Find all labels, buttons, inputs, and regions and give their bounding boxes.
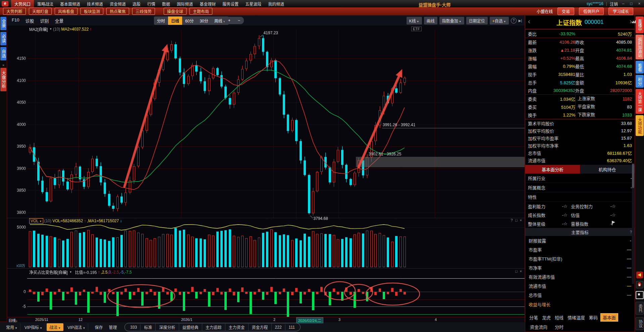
help-icon[interactable]: ?: [511, 218, 513, 222]
quote-tab-4[interactable]: 筹码: [588, 314, 599, 321]
preset-item-6[interactable]: 资金方程: [249, 324, 272, 331]
qq-icon[interactable]: [636, 281, 643, 288]
period-tab-3[interactable]: 30分: [197, 16, 211, 25]
preset-item-7[interactable]: 222: [272, 324, 285, 330]
preset-item-3[interactable]: 益盟经典: [179, 324, 202, 331]
menu-item-2[interactable]: 基本面频道: [57, 0, 84, 7]
x-axis[interactable]: 日线↓2025/11122026/122026/02/24,二34: [7, 317, 525, 322]
chevron-down-icon[interactable]: ▼: [39, 220, 42, 223]
close-icon[interactable]: ×: [520, 269, 522, 273]
etf-button[interactable]: ETF: [411, 27, 422, 31]
quote-tab-5[interactable]: 基本面: [600, 313, 618, 322]
right-strip-button-1[interactable]: 协议: [636, 317, 644, 330]
chart-menu-1[interactable]: 诊股: [25, 17, 34, 24]
close-icon[interactable]: ×: [2, 63, 4, 67]
bottom-action-0[interactable]: 保存: [92, 323, 106, 331]
preset-item-0[interactable]: 333: [127, 324, 141, 330]
chart-menu-3[interactable]: 全景: [55, 17, 63, 24]
fund-tab-0[interactable]: 基本面分析: [525, 165, 580, 174]
chevron-down-icon[interactable]: ▼: [69, 271, 72, 274]
trade-button[interactable]: 交易: [557, 7, 574, 15]
preset-item-2[interactable]: 深度分析: [156, 324, 179, 331]
chart-tool-2[interactable]: 指数叠加▼: [439, 17, 464, 25]
menu-item-4[interactable]: 资金频道: [106, 0, 129, 7]
right-strip-tab-2[interactable]: 看看: [636, 61, 644, 74]
close-icon[interactable]: ×: [637, 1, 642, 6]
bottom-tool-3[interactable]: VIP战法▼: [65, 323, 88, 331]
right-strip-tab-5[interactable]: 大师功能: [636, 115, 644, 136]
period-tab-0[interactable]: 分时: [154, 16, 168, 25]
learn-button[interactable]: 学习成长: [608, 7, 633, 15]
ma-indicator-label[interactable]: MA2[自编] ▼ (10) MA2=4037.522 ↑: [29, 26, 92, 32]
menu-item-9[interactable]: 基金理财: [196, 0, 219, 7]
maximize-icon[interactable]: □: [629, 1, 634, 6]
zoom-out-button[interactable]: −: [234, 17, 244, 24]
bottom-tool-2[interactable]: 战法▼: [47, 323, 63, 331]
close-icon[interactable]: ×: [520, 218, 522, 222]
menu-item-8[interactable]: 国际频道: [173, 0, 196, 7]
sidebar-tab-1[interactable]: 必读: [0, 32, 6, 45]
bottom-action-1[interactable]: 管理: [106, 323, 120, 331]
menu-item-7[interactable]: 数据: [159, 0, 173, 7]
indicator-name[interactable]: 净买占比变色版[自编]: [29, 269, 68, 275]
right-strip-tab-4[interactable]: 大师第一课: [636, 89, 644, 114]
menu-item-5[interactable]: 选股: [129, 0, 144, 7]
open-account-button[interactable]: 低佣开户: [579, 7, 604, 15]
quote-tab2-0[interactable]: 资金流向: [529, 323, 549, 331]
period-tab-1[interactable]: 日线: [168, 16, 182, 25]
menu-item-3[interactable]: 技术频道: [84, 0, 106, 7]
toolbar-button-3[interactable]: 板块监测: [80, 8, 103, 15]
chart-tool-1[interactable]: 画线: [424, 17, 437, 25]
minimize-icon[interactable]: –: [621, 1, 626, 6]
toolbar-button-2[interactable]: 风格看盘: [55, 8, 77, 15]
menu-item-10[interactable]: 服务设置: [219, 0, 242, 7]
menu-item-6[interactable]: 行情: [144, 0, 159, 7]
preset-item-8[interactable]: 111: [285, 324, 298, 330]
toolbar-button-5[interactable]: 三线强势: [132, 8, 155, 15]
chart-tool-0[interactable]: K线▼: [407, 17, 422, 25]
expand-icon[interactable]: □: [515, 218, 518, 222]
right-strip-tab-3[interactable]: 积分: [636, 75, 644, 88]
menu-item-12[interactable]: 我的频道: [265, 0, 287, 7]
ma-name[interactable]: MA2[自编]: [29, 26, 48, 32]
chart-tool-3[interactable]: 日期定位: [466, 17, 488, 25]
period-tab-2[interactable]: 60分: [182, 16, 197, 25]
toolbar-button-4[interactable]: 热点聚焦: [106, 8, 129, 15]
preset-item-4[interactable]: 主力追踪: [202, 324, 225, 331]
quote-tab-3[interactable]: 情绪温度: [566, 314, 586, 321]
toolbar-button-1[interactable]: 天眼盯盘: [29, 8, 52, 15]
right-strip-tab-1[interactable]: 福利加油站: [636, 35, 644, 59]
menu-item-1[interactable]: 策略战法: [34, 0, 57, 7]
sidebar-tab-0[interactable]: 全景: [0, 17, 6, 30]
bottom-tool-1[interactable]: VIP指标▼: [22, 323, 45, 331]
chart-menu-0[interactable]: F10: [12, 17, 19, 24]
quote-tab-1[interactable]: 龙虎: [541, 314, 552, 321]
vol-name[interactable]: VOL▼: [29, 218, 43, 224]
expand-icon[interactable]: □: [515, 269, 518, 273]
fund-tab-1[interactable]: 机构持仓: [580, 165, 635, 174]
scrollbar-thumb[interactable]: [632, 164, 634, 188]
menu-item-11[interactable]: 五星波段: [242, 0, 265, 7]
preset-item-1[interactable]: 标准: [141, 324, 156, 331]
preset-item-5[interactable]: 主力资金: [225, 324, 249, 331]
income-growth-link[interactable]: 收益与增长: [525, 299, 635, 309]
netbuy-indicator-label[interactable]: 净买占比变色版[自编] ▼ 比值=-0.195 ↑ ,2.5,0,-2.5,-5…: [29, 269, 132, 275]
online-status[interactable]: 小盟在线: [537, 8, 553, 14]
help-icon[interactable]: ?: [511, 18, 517, 23]
chevron-down-icon[interactable]: ▼: [49, 28, 52, 31]
toolbar-button2-1[interactable]: 主题布局: [190, 8, 212, 15]
toolbar-button2-0[interactable]: 操盘全球: [164, 8, 186, 15]
chart-tool-4[interactable]: +自选▼: [490, 17, 509, 25]
quote-tab-2[interactable]: 短线: [553, 314, 565, 321]
quote-tab2-1[interactable]: 分时: [553, 323, 565, 331]
quote-tab-0[interactable]: 分笔: [528, 314, 539, 321]
right-strip-tab-0[interactable]: 直播中: [636, 16, 644, 33]
sidebar-tab-market-analysis[interactable]: 大盘分析: [0, 68, 6, 91]
collapse-panel-icon[interactable]: ▶|: [519, 19, 522, 22]
menu-item-0[interactable]: 大势风口: [11, 0, 34, 7]
zoom-in-button[interactable]: +: [224, 17, 234, 24]
volume-indicator-label[interactable]: VOL▼ (10) VOL=582466352 ↑ ,MA1=561715027…: [29, 218, 122, 224]
username[interactable]: syc****16: [587, 1, 603, 6]
period-indicator[interactable]: 日线↓: [8, 318, 18, 323]
bottom-tool-0[interactable]: 常用▼: [3, 323, 20, 331]
